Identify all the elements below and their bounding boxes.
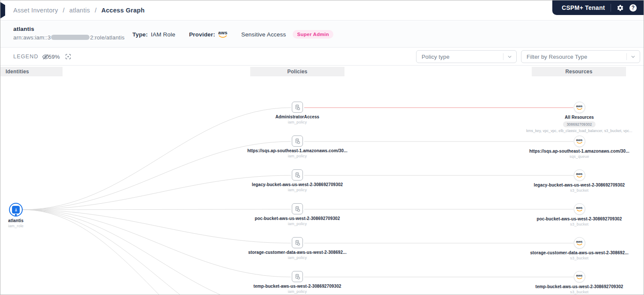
- resource-name: temp-bucket-aws-us-west-2-308692709302: [511, 284, 644, 289]
- policy-node[interactable]: https://sqs.ap-southeast-1.amazonaws.com…: [229, 135, 366, 158]
- help-icon[interactable]: ?: [629, 4, 637, 12]
- resource-node[interactable]: aws https://sqs.ap-southeast-1.amazonaws…: [511, 135, 644, 159]
- policy-type-placeholder: Policy type: [422, 54, 449, 60]
- policy-name: temp-bucket-aws-us-west-2-308692709302: [229, 284, 366, 289]
- policy-node[interactable]: AdministratorAccess iam_policy: [229, 102, 366, 124]
- resource-node[interactable]: aws poc-bucket-aws-us-west-2-30869270930…: [511, 203, 644, 226]
- access-graph-page: Asset Inventory / atlantis / Access Grap…: [0, 0, 644, 295]
- breadcrumb-separator: /: [95, 7, 96, 14]
- resource-node[interactable]: aws storage-customer-data-aws-us-west-2-…: [511, 237, 644, 260]
- tenant-label[interactable]: CSPM+ Tenant: [562, 4, 605, 11]
- zoom-level: 59%: [48, 48, 60, 66]
- resource-name: https://sqs.ap-southeast-1.amazonaws.com…: [511, 149, 644, 154]
- center-graph-icon[interactable]: [65, 48, 72, 66]
- iam-policy-icon: [292, 271, 303, 282]
- policy-type: iam_policy: [229, 154, 366, 158]
- policy-type: iam_policy: [229, 120, 366, 124]
- breadcrumb-asset-inventory[interactable]: Asset Inventory: [13, 7, 58, 14]
- resource-node[interactable]: aws All Resources 308692709302 kms_key, …: [511, 102, 644, 133]
- top-bar: Asset Inventory / atlantis / Access Grap…: [0, 0, 644, 21]
- arn-redaction-blob: [51, 35, 90, 40]
- sensitive-access-label: Sensitive Access: [241, 31, 286, 38]
- resource-node[interactable]: aws legacy-bucket-aws-us-west-2-30869270…: [511, 169, 644, 193]
- policy-node[interactable]: temp-bucket-aws-us-west-2-308692709302 i…: [229, 271, 366, 294]
- type-value: IAM Role: [151, 31, 175, 38]
- asset-meta: Type: IAM Role Provider: aws Sensitive A…: [132, 21, 333, 48]
- iam-policy-icon: [292, 169, 303, 181]
- iam-policy-icon: [292, 135, 303, 147]
- resource-types-list: kms_key, vpc_vpc, elb_classic_load_balan…: [511, 129, 644, 133]
- iam-role-icon: [9, 203, 23, 217]
- resource-filter-placeholder: Filter by Resource Type: [527, 54, 587, 60]
- iam-policy-icon: [292, 237, 303, 248]
- settings-gear-icon[interactable]: [617, 4, 624, 12]
- policy-type: iam_policy: [229, 256, 366, 260]
- tenant-divider: [611, 4, 611, 12]
- policy-type-select[interactable]: Policy type: [416, 50, 517, 63]
- resource-type: s3_bucket: [511, 188, 644, 193]
- policy-name: storage-customer-data-aws-us-west-2-3086…: [229, 250, 366, 255]
- identity-node-atlantis[interactable]: atlantis iam_role: [0, 203, 42, 228]
- policy-type: iam_policy: [229, 289, 366, 294]
- aws-resource-icon: aws: [574, 169, 585, 181]
- type-label: Type:: [132, 31, 148, 38]
- asset-arn: arn:aws:iam::32:role/atlantis: [13, 34, 125, 41]
- breadcrumb-separator: /: [63, 7, 64, 14]
- resource-name: storage-customer-data-aws-us-west-2-3086…: [511, 250, 644, 255]
- identity-type: iam_role: [0, 224, 42, 228]
- sensitive-access-badge: Super Admin: [293, 30, 333, 39]
- breadcrumb-atlantis[interactable]: atlantis: [69, 7, 90, 14]
- chevron-down-icon[interactable]: [630, 54, 636, 60]
- policy-name: legacy-bucket-aws-us-west-2-308692709302: [229, 182, 366, 187]
- asset-name: atlantis: [13, 26, 34, 32]
- aws-resource-icon: aws: [574, 102, 585, 113]
- policy-type: iam_policy: [229, 222, 366, 226]
- resource-name: legacy-bucket-aws-us-west-2-308692709302: [511, 183, 644, 187]
- aws-resource-icon: aws: [574, 203, 585, 215]
- provider-label: Provider:: [189, 31, 215, 38]
- tenant-box: CSPM+ Tenant ?: [552, 0, 644, 15]
- resource-node[interactable]: aws temp-bucket-aws-us-west-2-3086927093…: [511, 271, 644, 294]
- arn-suffix: 2:role/atlantis: [90, 34, 124, 41]
- policy-name: poc-bucket-aws-us-west-2-308692709302: [229, 216, 366, 221]
- breadcrumb: Asset Inventory / atlantis / Access Grap…: [13, 0, 145, 20]
- resource-name: poc-bucket-aws-us-west-2-308692709302: [511, 217, 644, 221]
- breadcrumb-access-graph: Access Graph: [101, 7, 144, 14]
- resource-name: All Resources: [511, 115, 644, 120]
- aws-provider-icon: aws: [218, 30, 228, 38]
- account-badge: 308692709302: [563, 121, 595, 127]
- column-header-identities: Identities: [0, 67, 63, 76]
- policy-name: https://sqs.ap-southeast-1.amazonaws.com…: [229, 148, 366, 153]
- policy-type: iam_policy: [229, 188, 366, 192]
- app-logo-fragment: [0, 2, 5, 18]
- resource-type-filter-select[interactable]: Filter by Resource Type: [521, 50, 640, 63]
- identity-name: atlantis: [0, 218, 42, 223]
- graph-toolbar: LEGEND 59% Policy type Filter by Resourc…: [0, 48, 644, 66]
- column-header-policies: Policies: [250, 67, 344, 76]
- iam-policy-icon: [292, 102, 303, 113]
- policy-node[interactable]: poc-bucket-aws-us-west-2-308692709302 ia…: [229, 203, 366, 226]
- policy-node[interactable]: legacy-bucket-aws-us-west-2-308692709302…: [229, 169, 366, 192]
- legend-label: LEGEND: [13, 54, 39, 60]
- policy-name: AdministratorAccess: [229, 114, 366, 119]
- policy-node[interactable]: storage-customer-data-aws-us-west-2-3086…: [229, 237, 366, 260]
- resource-type: s3_bucket: [511, 256, 644, 260]
- legend-toggle[interactable]: LEGEND: [13, 48, 49, 66]
- aws-resource-icon: aws: [574, 135, 585, 147]
- column-header-resources: Resources: [532, 67, 626, 76]
- resource-type: s3_bucket: [511, 222, 644, 226]
- access-graph-canvas[interactable]: atlantis iam_role AdministratorAccess ia…: [0, 76, 644, 295]
- iam-policy-icon: [292, 203, 303, 214]
- resource-type: s3_bucket: [511, 290, 644, 294]
- arn-prefix: arn:aws:iam::3: [13, 34, 51, 41]
- asset-header: atlantis arn:aws:iam::32:role/atlantis T…: [0, 21, 644, 48]
- aws-resource-icon: aws: [574, 271, 585, 283]
- resource-type: sqs_queue: [511, 154, 644, 159]
- chevron-down-icon[interactable]: [507, 54, 512, 60]
- aws-resource-icon: aws: [574, 237, 585, 249]
